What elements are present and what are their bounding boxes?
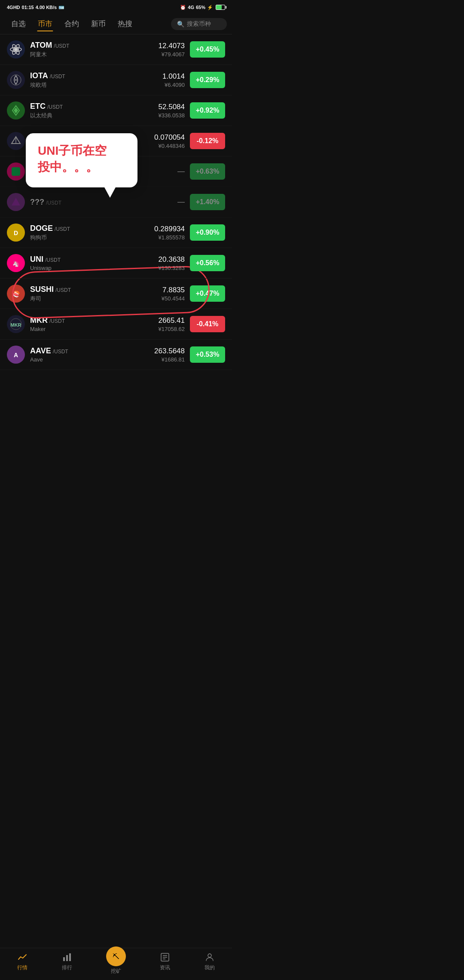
svg-text:D: D: [14, 230, 18, 236]
coin-row-uni[interactable]: 🦄 UNI /USDT Uniswap 20.3638 ¥130.3283 +0…: [0, 248, 232, 279]
hidden2-info: ??? /USDT: [30, 198, 172, 207]
etc-symbol: ETC: [30, 102, 46, 111]
svg-text:MKR: MKR: [10, 322, 21, 328]
coin-row-atom[interactable]: ATOM /USDT 阿童木 12.4073 ¥79.4067 +0.45%: [0, 34, 232, 65]
atom-info: ATOM /USDT 阿童木: [30, 41, 153, 58]
etc-pair: /USDT: [47, 104, 63, 110]
tab-bimarket[interactable]: 币市: [32, 17, 58, 31]
uni-cname: Uniswap: [30, 265, 153, 271]
sushi-price-cny: ¥50.4544: [162, 295, 185, 302]
uni-price-cny: ¥130.3283: [159, 265, 185, 271]
mkr-icon: MKR: [7, 315, 25, 333]
tooltip-line2: 投中。。。: [38, 159, 125, 175]
tab-zixuan[interactable]: 自选: [5, 17, 32, 31]
iota-cname: 埃欧塔: [30, 81, 157, 89]
coin-list: ATOM /USDT 阿童木 12.4073 ¥79.4067 +0.45% I…: [0, 34, 232, 404]
search-box[interactable]: 🔍 搜索币种: [171, 18, 227, 30]
sim-icon: 🪪: [58, 5, 64, 10]
uni-pair: /USDT: [45, 257, 61, 263]
svg-marker-11: [12, 198, 20, 205]
sushi-price-usd: 7.8835: [162, 286, 185, 294]
mkr-info: MKR /USDT Maker: [30, 316, 153, 332]
doge-price-cny: ¥1.855578: [154, 234, 185, 241]
unicoin-hidden-icon: [7, 162, 25, 181]
doge-cname: 狗狗币: [30, 234, 149, 242]
aave-info: AAVE /USDT Aave: [30, 346, 149, 363]
trx-price: 0.070054 ¥0.448346: [154, 133, 185, 149]
etc-price: 52.5084 ¥336.0538: [159, 103, 185, 119]
uni-icon: 🦄: [7, 254, 25, 272]
tooltip-line1: UNI子币在空: [38, 143, 125, 159]
etc-icon: [7, 101, 25, 119]
sushi-info: SUSHI /USDT 寿司: [30, 285, 156, 303]
coin-row-hidden2[interactable]: ??? /USDT — +1.40%: [0, 187, 232, 217]
atom-price: 12.4073 ¥79.4067: [159, 42, 185, 58]
tab-newcoin[interactable]: 新币: [85, 17, 112, 31]
aave-change: +0.53%: [190, 346, 225, 363]
status-right: ⏰ 4G 65% ⚡: [180, 5, 225, 10]
battery-icon: [216, 5, 225, 10]
mkr-price: 2665.41 ¥17058.62: [159, 316, 185, 332]
iota-price: 1.0014 ¥6.4090: [162, 72, 185, 88]
etc-cname: 以太经典: [30, 112, 153, 119]
hidden2-change: +1.40%: [190, 194, 225, 210]
iota-change: +0.29%: [190, 72, 225, 88]
svg-text:🦄: 🦄: [12, 260, 20, 267]
atom-price-cny: ¥79.4067: [159, 51, 185, 58]
matic-hidden-icon: [7, 193, 25, 211]
aave-price: 263.5648 ¥1686.81: [154, 347, 185, 363]
sushi-cname: 寿司: [30, 295, 156, 303]
mkr-price-usd: 2665.41: [159, 316, 185, 325]
svg-rect-10: [12, 167, 20, 176]
aave-price-usd: 263.5648: [154, 347, 185, 355]
iota-info: IOTA /USDT 埃欧塔: [30, 71, 157, 89]
aave-price-cny: ¥1686.81: [154, 356, 185, 363]
etc-info: ETC /USDT 以太经典: [30, 102, 153, 119]
iota-symbol: IOTA: [30, 71, 48, 80]
time: 01:15: [22, 5, 34, 10]
aave-cname: Aave: [30, 356, 149, 363]
charging-icon: ⚡: [207, 5, 213, 10]
doge-price: 0.289934 ¥1.855578: [154, 225, 185, 241]
search-icon: 🔍: [177, 21, 184, 28]
coin-row-aave[interactable]: A AAVE /USDT Aave 263.5648 ¥1686.81 +0.5…: [0, 340, 232, 370]
atom-change: +0.45%: [190, 41, 225, 58]
sushi-symbol: SUSHI: [30, 285, 54, 294]
uni-info: UNI /USDT Uniswap: [30, 255, 153, 271]
uni-price: 20.3638 ¥130.3283: [159, 255, 185, 271]
atom-price-usd: 12.4073: [159, 42, 185, 50]
coin-row-doge[interactable]: D DOGE /USDT 狗狗币 0.289934 ¥1.855578 +0.9…: [0, 217, 232, 248]
battery-percent: 65%: [196, 5, 205, 10]
atom-symbol: ATOM: [30, 41, 52, 50]
etc-price-cny: ¥336.0538: [159, 112, 185, 119]
coin-row-sushi[interactable]: 🍣 SUSHI /USDT 寿司 7.8835 ¥50.4544 +0.47%: [0, 279, 232, 309]
uni-symbol: UNI: [30, 255, 43, 264]
tab-hotsearch[interactable]: 热搜: [112, 17, 138, 31]
4g-icon: 4G: [188, 5, 194, 10]
atom-cname: 阿童木: [30, 51, 153, 58]
atom-pair: /USDT: [54, 43, 69, 49]
alarm-icon: ⏰: [180, 5, 186, 10]
search-placeholder: 搜索币种: [187, 20, 211, 28]
coin-row-mkr[interactable]: MKR MKR /USDT Maker 2665.41 ¥17058.62 -0…: [0, 309, 232, 340]
svg-text:A: A: [14, 352, 18, 358]
aave-symbol: AAVE: [30, 346, 51, 355]
tab-contract[interactable]: 合约: [58, 17, 85, 31]
network-type: 4GHD: [7, 5, 20, 10]
sushi-change: +0.47%: [190, 285, 225, 302]
svg-point-0: [14, 48, 18, 51]
iota-price-cny: ¥6.4090: [162, 82, 185, 88]
trx-icon: [7, 132, 25, 150]
svg-point-5: [15, 79, 17, 81]
status-bar: 4GHD 01:15 4.00 KB/s 🪪 ⏰ 4G 65% ⚡: [0, 0, 232, 14]
coin-row-iota[interactable]: IOTA /USDT 埃欧塔 1.0014 ¥6.4090 +0.29%: [0, 65, 232, 95]
aave-icon: A: [7, 346, 25, 364]
mkr-symbol: MKR: [30, 316, 48, 325]
doge-info: DOGE /USDT 狗狗币: [30, 224, 149, 242]
uni-change: +0.56%: [190, 255, 225, 271]
coin-row-etc[interactable]: ETC /USDT 以太经典 52.5084 ¥336.0538 +0.92%: [0, 95, 232, 126]
doge-icon: D: [7, 224, 25, 242]
status-left: 4GHD 01:15 4.00 KB/s 🪪: [7, 5, 64, 10]
iota-pair: /USDT: [50, 74, 65, 80]
etc-price-usd: 52.5084: [159, 103, 185, 111]
